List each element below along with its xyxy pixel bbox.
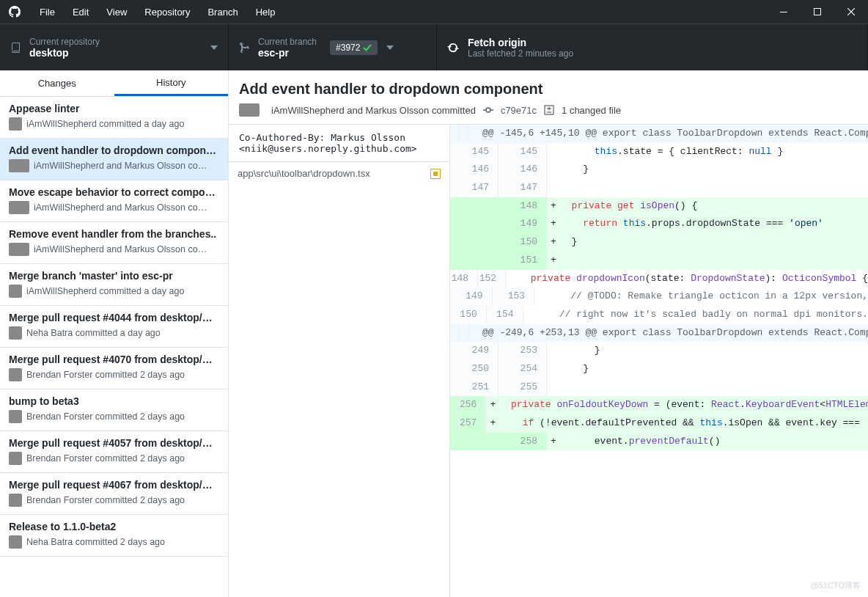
tab-changes[interactable]: Changes xyxy=(0,70,114,96)
diff-icon xyxy=(544,105,554,115)
commit-item[interactable]: Merge pull request #4044 from desktop/…N… xyxy=(0,306,228,348)
diff-line: 258+ event.preventDefault() xyxy=(450,433,868,451)
pr-badge[interactable]: #3972 xyxy=(330,40,378,55)
diff-line: 257+ if (!event.defaultPrevented && this… xyxy=(450,414,868,433)
diff-line: 251255 xyxy=(450,378,868,397)
menu-help[interactable]: Help xyxy=(247,7,284,18)
commit-item-meta: Brendan Forster committed 2 days ago xyxy=(9,368,219,381)
diff-line: 249253 } xyxy=(450,342,868,360)
diff-line: 250254 } xyxy=(450,360,868,378)
repo-dropdown[interactable]: Current repository desktop xyxy=(0,24,229,70)
svg-rect-1 xyxy=(814,9,821,15)
commit-item[interactable]: Move escape behavior to correct compo…iA… xyxy=(0,180,228,222)
avatar xyxy=(9,494,22,507)
caret-down-icon xyxy=(210,45,218,50)
commit-header: Add event handler to dropdown component … xyxy=(229,70,868,125)
commit-item[interactable]: Add event handler to dropdown compon…iAm… xyxy=(0,139,228,180)
close-button[interactable] xyxy=(834,0,868,23)
commit-item[interactable]: Appease linteriAmWillShepherd committed … xyxy=(0,97,228,139)
fetch-sub: Last fetched 2 minutes ago xyxy=(468,48,573,59)
diff-line: 150+ } xyxy=(450,233,868,252)
diff-line: 151+ xyxy=(450,252,868,270)
file-path: app\src\ui\toolbar\dropdown.tsx xyxy=(238,168,370,179)
title-bar: FileEditViewRepositoryBranchHelp xyxy=(0,0,868,23)
commit-item-title: Appease linter xyxy=(9,103,219,114)
avatar xyxy=(9,452,22,465)
tab-history[interactable]: History xyxy=(114,70,229,96)
commit-item-title: Release to 1.1.0-beta2 xyxy=(9,521,219,532)
changed-files: 1 changed file xyxy=(562,105,621,116)
commit-item[interactable]: Release to 1.1.0-beta2Neha Batra committ… xyxy=(0,515,228,557)
file-list: Co-Authored-By: Markus Olsson <niik@user… xyxy=(229,125,450,597)
commit-item-title: Merge pull request #4044 from desktop/… xyxy=(9,312,219,323)
fetch-button[interactable]: Fetch origin Last fetched 2 minutes ago xyxy=(437,24,868,70)
commit-item-meta: Brendan Forster committed 2 days ago xyxy=(9,452,219,465)
diff-line: 148+ private get isOpen() { xyxy=(450,197,868,216)
avatar xyxy=(9,243,29,256)
repo-icon xyxy=(10,42,22,54)
menu-file[interactable]: File xyxy=(31,7,64,18)
commit-list[interactable]: Appease linteriAmWillShepherd committed … xyxy=(0,97,228,597)
diff-line: 146146 } xyxy=(450,161,868,179)
minimize-button[interactable] xyxy=(767,0,801,23)
branch-dropdown[interactable]: Current branch esc-pr #3972 xyxy=(229,24,437,70)
avatar xyxy=(9,285,22,298)
app-menu: FileEditViewRepositoryBranchHelp xyxy=(31,7,284,18)
commit-item-meta: iAmWillShepherd committed a day ago xyxy=(9,285,219,298)
commit-item-meta: Brendan Forster committed 2 days ago xyxy=(9,494,219,507)
diff-line: 149+ return this.props.dropdownState ===… xyxy=(450,215,868,233)
diff-line: 145145 this.state = { clientRect: null } xyxy=(450,143,868,161)
sidebar: Changes History Appease linteriAmWillShe… xyxy=(0,70,229,597)
pr-number: #3972 xyxy=(336,43,360,53)
svg-point-2 xyxy=(486,108,490,112)
repo-label: Current repository xyxy=(29,37,100,47)
check-icon xyxy=(363,43,372,52)
main-pane: Add event handler to dropdown component … xyxy=(229,70,868,597)
commit-item[interactable]: Remove event handler from the branches..… xyxy=(0,222,228,264)
commit-byline: iAmWillShepherd and Markus Olsson commit… xyxy=(271,105,476,116)
diff-view[interactable]: @@ -145,6 +145,10 @@ export class Toolba… xyxy=(450,125,868,597)
maximize-button[interactable] xyxy=(801,0,834,23)
commit-item-title: Merge pull request #4057 from desktop/… xyxy=(9,437,219,449)
commit-item-title: Move escape behavior to correct compo… xyxy=(9,186,219,198)
avatar xyxy=(9,368,22,381)
toolbar: Current repository desktop Current branc… xyxy=(0,23,868,70)
commit-item-title: bump to beta3 xyxy=(9,395,219,407)
avatar xyxy=(9,326,22,340)
commit-item[interactable]: Merge branch 'master' into esc-priAmWill… xyxy=(0,264,228,306)
git-branch-icon xyxy=(239,42,251,54)
menu-view[interactable]: View xyxy=(98,7,136,18)
branch-label: Current branch xyxy=(258,37,317,47)
github-logo-icon xyxy=(0,6,31,18)
avatar xyxy=(9,201,29,214)
commit-item-meta: iAmWillShepherd and Markus Olsson co… xyxy=(9,159,219,172)
commit-item-title: Merge pull request #4070 from desktop/… xyxy=(9,354,219,365)
diff-line: 147147 xyxy=(450,179,868,197)
commit-item-meta: Neha Batra committed 2 days ago xyxy=(9,535,219,549)
tab-bar: Changes History xyxy=(0,70,228,97)
menu-branch[interactable]: Branch xyxy=(199,7,246,18)
menu-repository[interactable]: Repository xyxy=(136,7,199,18)
commit-sha-icon xyxy=(483,105,493,115)
menu-edit[interactable]: Edit xyxy=(64,7,98,18)
avatar xyxy=(9,410,22,423)
watermark: @51CTO博客 xyxy=(811,580,861,591)
content: Changes History Appease linteriAmWillShe… xyxy=(0,70,868,597)
commit-item-meta: Neha Batra committed a day ago xyxy=(9,326,219,340)
commit-item-title: Remove event handler from the branches.. xyxy=(9,228,219,240)
window-controls xyxy=(767,0,868,23)
commit-item[interactable]: bump to beta3Brendan Forster committed 2… xyxy=(0,389,228,431)
modified-icon xyxy=(430,169,441,179)
diff-line: @@ -249,6 +253,13 @@ export class Toolba… xyxy=(450,324,868,343)
avatar xyxy=(9,159,29,172)
commit-item[interactable]: Merge pull request #4067 from desktop/…B… xyxy=(0,473,228,515)
commit-item-meta: Brendan Forster committed 2 days ago xyxy=(9,410,219,423)
commit-item-title: Merge branch 'master' into esc-pr xyxy=(9,270,219,282)
caret-down-icon xyxy=(386,45,394,50)
commit-item-meta: iAmWillShepherd and Markus Olsson co… xyxy=(9,201,219,214)
svg-rect-0 xyxy=(780,12,787,12)
file-item[interactable]: app\src\ui\toolbar\dropdown.tsx xyxy=(229,162,449,185)
commit-sha: c79e71c xyxy=(501,105,537,116)
commit-item[interactable]: Merge pull request #4057 from desktop/…B… xyxy=(0,431,228,473)
commit-item[interactable]: Merge pull request #4070 from desktop/…B… xyxy=(0,348,228,389)
